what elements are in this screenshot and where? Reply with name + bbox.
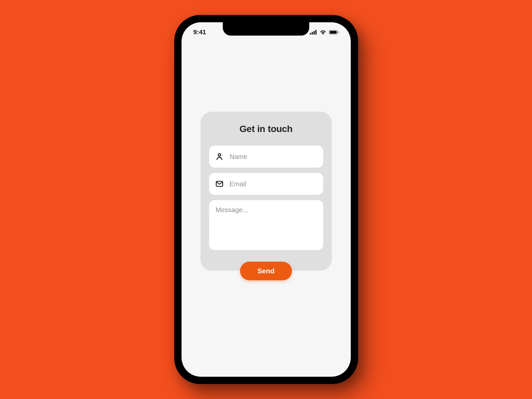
send-button[interactable]: Send bbox=[240, 262, 292, 280]
svg-rect-0 bbox=[310, 33, 311, 35]
message-field[interactable] bbox=[209, 200, 323, 250]
status-icons bbox=[310, 30, 339, 35]
name-input[interactable] bbox=[230, 153, 317, 161]
user-icon bbox=[215, 152, 224, 161]
phone-frame: 9:41 bbox=[174, 15, 358, 384]
svg-rect-1 bbox=[312, 32, 313, 35]
svg-point-7 bbox=[218, 154, 221, 156]
email-input[interactable] bbox=[230, 180, 317, 188]
cellular-icon bbox=[310, 30, 317, 35]
mail-icon bbox=[215, 180, 224, 188]
phone-screen: 9:41 bbox=[182, 22, 351, 377]
content-area: Get in touch bbox=[182, 22, 351, 377]
email-field[interactable] bbox=[209, 173, 323, 195]
battery-icon bbox=[329, 30, 339, 35]
phone-notch bbox=[223, 22, 309, 36]
status-time: 9:41 bbox=[194, 29, 206, 36]
card-title: Get in touch bbox=[239, 124, 293, 134]
svg-rect-3 bbox=[315, 30, 317, 35]
message-input[interactable] bbox=[216, 206, 317, 244]
wifi-icon bbox=[320, 30, 327, 35]
svg-rect-5 bbox=[330, 31, 336, 34]
svg-rect-2 bbox=[314, 31, 315, 35]
svg-rect-6 bbox=[338, 32, 339, 33]
name-field[interactable] bbox=[209, 146, 323, 168]
contact-card: Get in touch bbox=[200, 112, 332, 271]
